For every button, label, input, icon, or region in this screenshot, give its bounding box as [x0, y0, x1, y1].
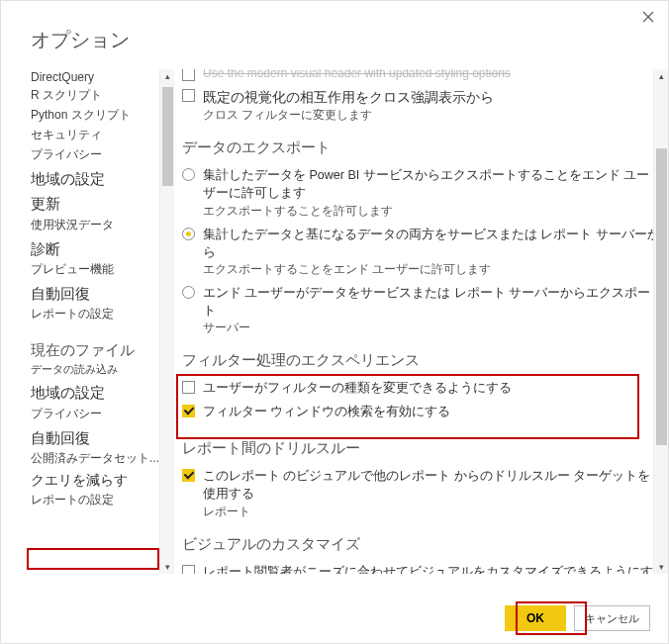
checkbox-visual-custom[interactable] — [182, 565, 195, 574]
opt-visual-custom: レポート閲覧者がニーズに合わせてビジュアルをカスタマイズできるようにする — [182, 560, 660, 574]
nav-published-dataset[interactable]: 公開済みデータセット... — [31, 449, 168, 469]
nav-directquery[interactable]: DirectQuery — [31, 69, 168, 86]
nav-report-settings[interactable]: レポートの設定 — [31, 305, 168, 324]
nav-current-file: 現在のファイル — [31, 336, 168, 361]
checkbox-drillthrough[interactable] — [182, 469, 195, 482]
nav-refresh[interactable]: 更新 — [31, 190, 168, 215]
nav-regional-2[interactable]: 地域の設定 — [31, 379, 168, 404]
sidebar-scrollbar[interactable]: ▴ ▾ — [159, 69, 174, 574]
scroll-down-icon[interactable]: ▾ — [160, 560, 174, 574]
dialog-title: オプション — [1, 1, 668, 69]
nav-regional[interactable]: 地域の設定 — [31, 165, 168, 190]
opt-filter-type-label: ユーザーがフィルターの種類を変更できるようにする — [203, 379, 512, 397]
opt-default-interaction-sub: クロス フィルターに変更します — [203, 108, 660, 123]
sidebar: DirectQuery R スクリプト Python スクリプト セキュリティ … — [1, 69, 174, 574]
checkbox-modern-header[interactable] — [182, 69, 195, 81]
radio-export-summarized[interactable] — [182, 168, 195, 181]
scrollbar-thumb[interactable] — [162, 87, 173, 186]
nav-privacy-2[interactable]: プライバシー — [31, 405, 168, 424]
nav-report-settings-2[interactable]: レポートの設定 — [31, 491, 168, 510]
export-radio-1-sub: エクスポートすることを許可します — [203, 204, 660, 219]
section-export: データのエクスポート — [182, 138, 660, 157]
opt-default-interaction-label: 既定の視覚化の相互作用をクロス強調表示から — [203, 87, 494, 107]
opt-filter-search: フィルター ウィンドウの検索を有効にする — [182, 400, 660, 423]
radio-export-none[interactable] — [182, 286, 195, 299]
ok-button[interactable]: OK — [505, 605, 566, 631]
nav-python-script[interactable]: Python スクリプト — [31, 106, 168, 126]
nav-usage-data[interactable]: 使用状況データ — [31, 216, 168, 235]
export-radio-2: 集計したデータと基になるデータの両方をサービスまたは レポート サーバーから — [182, 223, 660, 264]
nav-r-script[interactable]: R スクリプト — [31, 86, 168, 106]
options-dialog: オプション DirectQuery R スクリプト Python スクリプト セ… — [0, 0, 669, 644]
nav-diagnostics[interactable]: 診断 — [31, 235, 168, 260]
content-scrollbar-thumb[interactable] — [656, 148, 667, 445]
export-radio-1: 集計したデータを Power BI サービスからエクスポートすることをエンド ユ… — [182, 163, 660, 205]
checkbox-default-interaction[interactable] — [182, 89, 195, 102]
nav-security[interactable]: セキュリティ — [31, 126, 168, 145]
nav-data-load[interactable]: データの読み込み — [31, 361, 168, 379]
section-filter: フィルター処理のエクスペリエンス — [182, 351, 660, 370]
section-drillthrough: レポート間のドリルスルー — [182, 439, 660, 458]
export-radio-2-label: 集計したデータと基になるデータの両方をサービスまたは レポート サーバーから — [203, 226, 660, 261]
export-radio-3-label: エンド ユーザーがデータをサービスまたは レポート サーバーからエクスポート — [203, 284, 660, 320]
close-button[interactable] — [638, 7, 658, 27]
export-radio-2-sub: エクスポートすることをエンド ユーザーに許可します — [203, 262, 660, 277]
checkbox-filter-type[interactable] — [182, 381, 195, 394]
content-panel: Use the modern visual header with update… — [174, 69, 668, 574]
content-scroll-up-icon[interactable]: ▴ — [654, 69, 668, 83]
dialog-footer: OK キャンセル — [505, 605, 650, 631]
content-scroll-down-icon[interactable]: ▾ — [654, 560, 668, 574]
opt-modern-header-label: Use the modern visual header with update… — [203, 69, 511, 80]
radio-export-all[interactable] — [182, 228, 195, 240]
section-visual-custom: ビジュアルのカスタマイズ — [182, 535, 660, 554]
opt-drillthrough-sub: レポート — [203, 505, 660, 519]
opt-filter-type: ユーザーがフィルターの種類を変更できるようにする — [182, 376, 660, 400]
export-radio-3-sub: サーバー — [203, 321, 660, 335]
nav-preview[interactable]: プレビュー機能 — [31, 260, 168, 280]
highlight-sidebar-report-settings — [27, 548, 159, 570]
opt-drillthrough-label: このレポート のビジュアルで他のレポート からのドリルスルー ターゲットを使用す… — [203, 467, 660, 503]
opt-default-interaction: 既定の視覚化の相互作用をクロス強調表示から — [182, 84, 660, 110]
nav-autorecovery[interactable]: 自動回復 — [31, 280, 168, 305]
opt-drillthrough: このレポート のビジュアルで他のレポート からのドリルスルー ターゲットを使用す… — [182, 464, 660, 506]
opt-modern-header: Use the modern visual header with update… — [182, 69, 660, 84]
nav-autorecovery-2[interactable]: 自動回復 — [31, 424, 168, 449]
export-radio-1-label: 集計したデータを Power BI サービスからエクスポートすることをエンド ユ… — [203, 166, 660, 202]
opt-filter-search-label: フィルター ウィンドウの検索を有効にする — [203, 403, 450, 420]
nav-privacy[interactable]: プライバシー — [31, 145, 168, 165]
export-radio-3: エンド ユーザーがデータをサービスまたは レポート サーバーからエクスポート — [182, 281, 660, 322]
checkbox-filter-search[interactable] — [182, 405, 195, 417]
close-icon — [642, 11, 654, 23]
content-scrollbar[interactable]: ▴ ▾ — [653, 69, 668, 574]
opt-visual-custom-label: レポート閲覧者がニーズに合わせてビジュアルをカスタマイズできるようにする — [203, 563, 660, 574]
scroll-up-icon[interactable]: ▴ — [160, 69, 174, 83]
nav-reduce-queries[interactable]: クエリを減らす — [31, 469, 168, 491]
cancel-button[interactable]: キャンセル — [574, 605, 650, 631]
